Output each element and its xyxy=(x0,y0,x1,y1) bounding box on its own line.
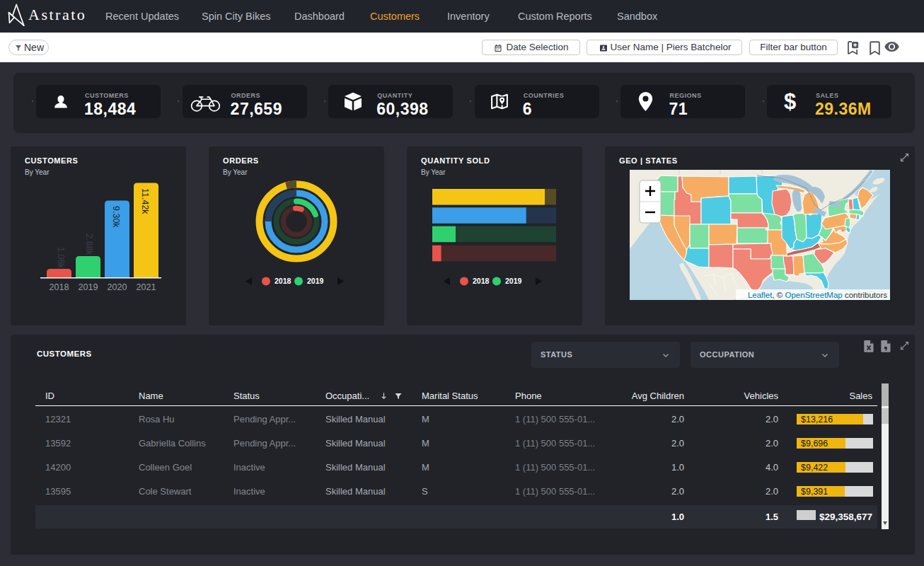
svg-text:2018: 2018 xyxy=(473,277,490,285)
svg-text:1.06k: 1.06k xyxy=(56,247,66,269)
svg-text:2019: 2019 xyxy=(79,282,98,292)
svg-text:2018: 2018 xyxy=(50,282,69,292)
svg-text:2020: 2020 xyxy=(108,282,127,292)
svg-text:2021: 2021 xyxy=(137,282,156,292)
svg-text:2019: 2019 xyxy=(505,277,522,285)
svg-text:2019: 2019 xyxy=(307,277,324,285)
svg-text:2018: 2018 xyxy=(275,277,291,285)
svg-text:9.30k: 9.30k xyxy=(111,206,121,228)
svg-text:Leaflet, © OpenStreetMap contr: Leaflet, © OpenStreetMap contributors xyxy=(748,291,887,299)
svg-text:11.42k: 11.42k xyxy=(140,188,150,214)
svg-text:2.88k: 2.88k xyxy=(84,233,94,255)
